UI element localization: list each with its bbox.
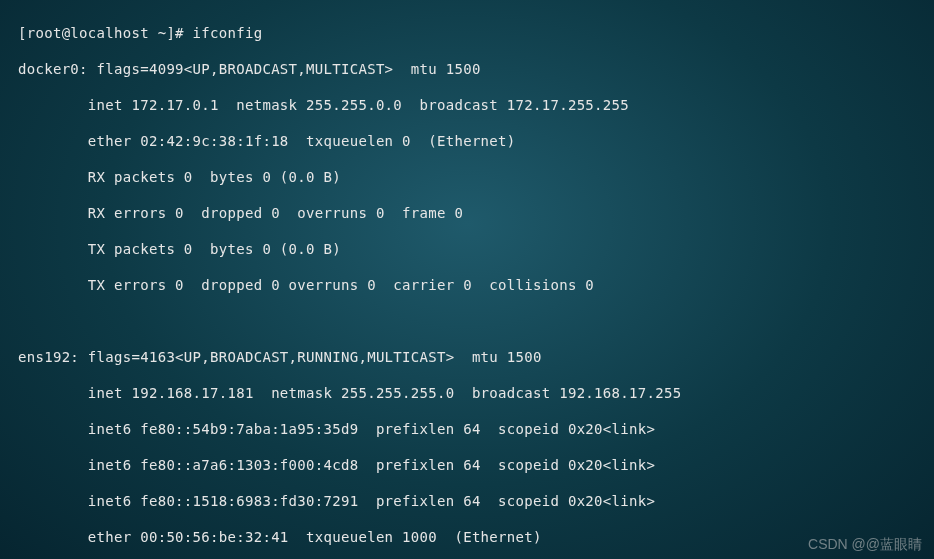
blank-line [0, 312, 934, 330]
iface-line: RX packets 0 bytes 0 (0.0 B) [0, 168, 934, 186]
terminal-output[interactable]: [root@localhost ~]# ifconfig docker0: fl… [0, 0, 934, 559]
iface-line: ether 02:42:9c:38:1f:18 txqueuelen 0 (Et… [0, 132, 934, 150]
shell-prompt: [root@localhost ~]# [18, 25, 184, 41]
iface-line: RX errors 0 dropped 0 overruns 0 frame 0 [0, 204, 934, 222]
iface-line: TX errors 0 dropped 0 overruns 0 carrier… [0, 276, 934, 294]
iface-line: inet 172.17.0.1 netmask 255.255.0.0 broa… [0, 96, 934, 114]
prompt-line: [root@localhost ~]# ifconfig [0, 24, 934, 42]
iface-header-ens192: ens192: flags=4163<UP,BROADCAST,RUNNING,… [0, 348, 934, 366]
iface-line: inet6 fe80::1518:6983:fd30:7291 prefixle… [0, 492, 934, 510]
command-text: ifconfig [193, 25, 263, 41]
iface-line: inet 192.168.17.181 netmask 255.255.255.… [0, 384, 934, 402]
iface-line: TX packets 0 bytes 0 (0.0 B) [0, 240, 934, 258]
iface-header-docker0: docker0: flags=4099<UP,BROADCAST,MULTICA… [0, 60, 934, 78]
iface-line: inet6 fe80::a7a6:1303:f000:4cd8 prefixle… [0, 456, 934, 474]
iface-line: ether 00:50:56:be:32:41 txqueuelen 1000 … [0, 528, 934, 546]
iface-line: inet6 fe80::54b9:7aba:1a95:35d9 prefixle… [0, 420, 934, 438]
